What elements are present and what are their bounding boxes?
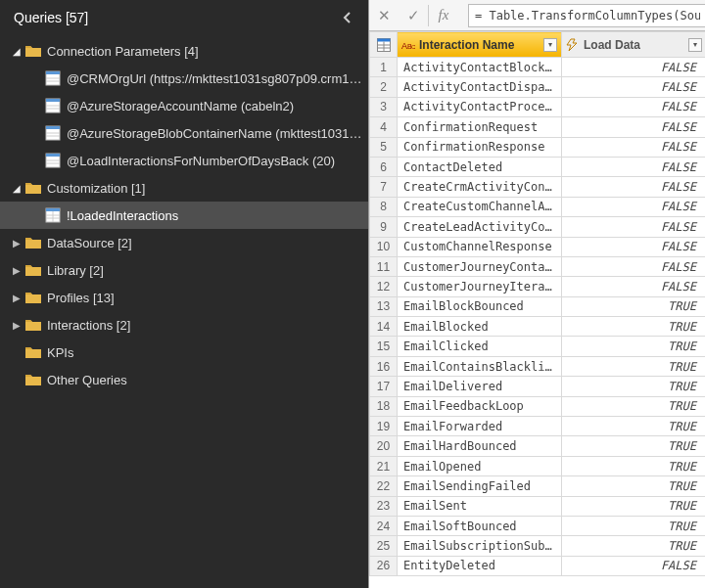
table-row[interactable]: 16EmailContainsBlacklist…TRUE (370, 356, 706, 376)
cell-interaction-name[interactable]: EmailDelivered (398, 377, 562, 396)
cell-load-data[interactable]: FALSE (562, 556, 706, 575)
sidebar-folder[interactable]: ◢Customization [1] (0, 174, 368, 202)
sidebar-parameter[interactable]: @AzureStorageBlobContainerName (mkttest1… (0, 119, 368, 147)
sidebar-parameter[interactable]: @LoadInteractionsForNumberOfDaysBack (20… (0, 147, 368, 174)
cell-interaction-name[interactable]: ContactDeleted (398, 157, 562, 176)
cell-load-data[interactable]: TRUE (562, 417, 706, 436)
table-row[interactable]: 9CreateLeadActivityCont…FALSE (370, 217, 706, 237)
column-filter-dropdown-icon[interactable]: ▾ (688, 38, 702, 52)
cell-load-data[interactable]: FALSE (562, 157, 706, 176)
cell-load-data[interactable]: TRUE (562, 296, 706, 316)
formula-commit-icon[interactable]: ✓ (399, 7, 428, 24)
cell-interaction-name[interactable]: ActivityContactProcess… (398, 97, 562, 116)
cell-interaction-name[interactable]: EmailSubscriptionSubmit (398, 536, 562, 556)
cell-interaction-name[interactable]: CustomerJourneyIterati… (398, 277, 562, 296)
sidebar-parameter[interactable]: @CRMOrgUrl (https://mkttest1031sg807p09.… (0, 65, 368, 92)
table-row[interactable]: 2ActivityContactDispatc…FALSE (370, 77, 706, 97)
cell-interaction-name[interactable]: CustomerJourneyContact… (398, 256, 562, 276)
cell-load-data[interactable]: TRUE (562, 377, 706, 396)
table-row[interactable]: 6ContactDeletedFALSE (370, 157, 706, 176)
table-row[interactable]: 24EmailSoftBouncedTRUE (370, 516, 706, 535)
cell-interaction-name[interactable]: CreateCustomChannelAct… (398, 197, 562, 216)
cell-interaction-name[interactable]: EmailOpened (398, 456, 562, 475)
cell-load-data[interactable]: TRUE (562, 317, 706, 337)
table-row[interactable]: 3ActivityContactProcess…FALSE (370, 97, 706, 116)
cell-interaction-name[interactable]: EmailSent (398, 496, 562, 516)
sidebar-parameter[interactable]: @AzureStorageAccountName (cabeln2) (0, 92, 368, 119)
cell-load-data[interactable]: TRUE (562, 536, 706, 556)
cell-interaction-name[interactable]: EmailFeedbackLoop (398, 396, 562, 416)
expand-icon[interactable]: ▶ (10, 320, 24, 331)
cell-interaction-name[interactable]: CustomChannelResponse (398, 237, 562, 256)
table-row[interactable]: 5ConfirmationResponseFALSE (370, 137, 706, 157)
table-row[interactable]: 20EmailHardBouncedTRUE (370, 436, 706, 456)
cell-load-data[interactable]: FALSE (562, 197, 706, 216)
table-row[interactable]: 10CustomChannelResponseFALSE (370, 237, 706, 256)
table-row[interactable]: 23EmailSentTRUE (370, 496, 706, 516)
sidebar-folder[interactable]: ◢Connection Parameters [4] (0, 37, 368, 65)
table-row[interactable]: 18EmailFeedbackLoopTRUE (370, 396, 706, 416)
cell-load-data[interactable]: FALSE (562, 256, 706, 276)
cell-interaction-name[interactable]: EmailForwarded (398, 417, 562, 436)
column-header-interaction-name[interactable]: ABC Interaction Name ▾ (398, 32, 562, 58)
cell-load-data[interactable]: TRUE (562, 356, 706, 376)
sidebar-folder[interactable]: ▶Profiles [13] (0, 284, 368, 311)
table-row[interactable]: 14EmailBlockedTRUE (370, 317, 706, 337)
cell-interaction-name[interactable]: EmailHardBounced (398, 436, 562, 456)
cell-load-data[interactable]: FALSE (562, 277, 706, 296)
table-row[interactable]: 13EmailBlockBouncedTRUE (370, 296, 706, 316)
table-row[interactable]: 21EmailOpenedTRUE (370, 456, 706, 475)
formula-cancel-icon[interactable]: ✕ (369, 7, 399, 24)
cell-load-data[interactable]: FALSE (562, 97, 706, 116)
cell-load-data[interactable]: TRUE (562, 436, 706, 456)
cell-interaction-name[interactable]: ConfirmationResponse (398, 137, 562, 157)
cell-interaction-name[interactable]: EmailBlockBounced (398, 296, 562, 316)
sidebar-folder[interactable]: ▶Library [2] (0, 256, 368, 284)
table-row[interactable]: 17EmailDeliveredTRUE (370, 377, 706, 396)
table-row[interactable]: 26EntityDeletedFALSE (370, 556, 706, 575)
cell-load-data[interactable]: TRUE (562, 476, 706, 496)
formula-input[interactable] (468, 4, 705, 27)
cell-load-data[interactable]: FALSE (562, 217, 706, 237)
table-row[interactable]: 15EmailClickedTRUE (370, 337, 706, 356)
sidebar-query[interactable]: !LoadedInteractions (0, 202, 368, 229)
collapse-icon[interactable]: ◢ (10, 183, 24, 194)
column-filter-dropdown-icon[interactable]: ▾ (543, 38, 557, 52)
table-corner[interactable] (370, 32, 398, 58)
cell-interaction-name[interactable]: EmailBlocked (398, 317, 562, 337)
table-row[interactable]: 19EmailForwardedTRUE (370, 417, 706, 436)
cell-load-data[interactable]: TRUE (562, 396, 706, 416)
table-row[interactable]: 7CreateCrmActivityConta…FALSE (370, 177, 706, 197)
cell-interaction-name[interactable]: EmailSendingFailed (398, 476, 562, 496)
expand-icon[interactable]: ▶ (10, 265, 24, 276)
cell-interaction-name[interactable]: ConfirmationRequest (398, 117, 562, 137)
table-row[interactable]: 25EmailSubscriptionSubmitTRUE (370, 536, 706, 556)
expand-icon[interactable]: ▶ (10, 238, 24, 249)
collapse-icon[interactable]: ◢ (10, 46, 24, 57)
table-row[interactable]: 4ConfirmationRequestFALSE (370, 117, 706, 137)
cell-load-data[interactable]: TRUE (562, 516, 706, 535)
cell-interaction-name[interactable]: EntityDeleted (398, 556, 562, 575)
sidebar-folder[interactable]: ▶DataSource [2] (0, 229, 368, 256)
cell-load-data[interactable]: FALSE (562, 117, 706, 137)
cell-load-data[interactable]: TRUE (562, 337, 706, 356)
table-row[interactable]: 22EmailSendingFailedTRUE (370, 476, 706, 496)
table-row[interactable]: 1ActivityContactBlockedFALSE (370, 58, 706, 77)
cell-load-data[interactable]: FALSE (562, 77, 706, 97)
sidebar-folder[interactable]: ▶Other Queries (0, 366, 368, 393)
table-row[interactable]: 12CustomerJourneyIterati…FALSE (370, 277, 706, 296)
sidebar-folder[interactable]: ▶Interactions [2] (0, 311, 368, 339)
cell-interaction-name[interactable]: EmailSoftBounced (398, 516, 562, 535)
cell-load-data[interactable]: FALSE (562, 58, 706, 77)
table-row[interactable]: 8CreateCustomChannelAct…FALSE (370, 197, 706, 216)
column-header-load-data[interactable]: Load Data ▾ (562, 32, 706, 58)
expand-icon[interactable]: ▶ (10, 293, 24, 303)
cell-load-data[interactable]: FALSE (562, 177, 706, 197)
cell-load-data[interactable]: FALSE (562, 137, 706, 157)
cell-interaction-name[interactable]: CreateLeadActivityCont… (398, 217, 562, 237)
cell-load-data[interactable]: TRUE (562, 456, 706, 475)
cell-interaction-name[interactable]: EmailContainsBlacklist… (398, 356, 562, 376)
cell-load-data[interactable]: TRUE (562, 496, 706, 516)
sidebar-collapse-chevron-icon[interactable] (343, 12, 356, 23)
fx-icon[interactable]: fx (429, 7, 458, 23)
